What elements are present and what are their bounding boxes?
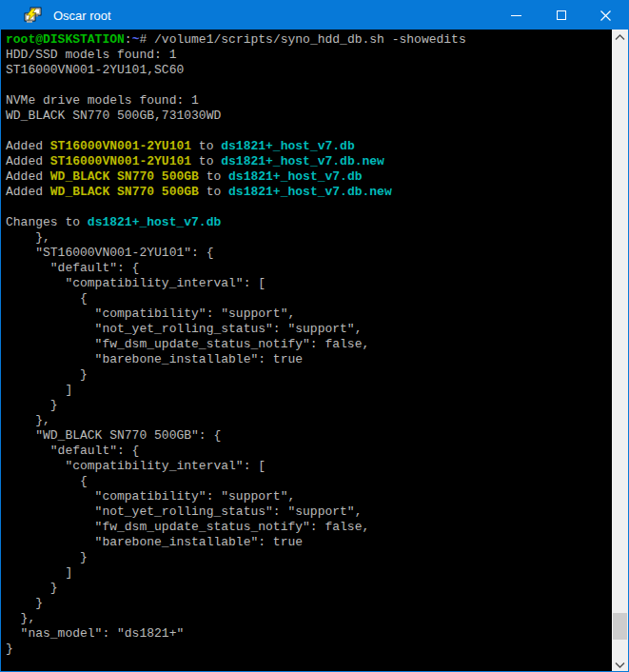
- maximize-button[interactable]: [539, 1, 583, 30]
- terminal-text-segment: :: [125, 32, 132, 47]
- terminal-line: Added WD_BLACK SN770 500GB to ds1821+_ho…: [6, 185, 612, 200]
- terminal-line: NVMe drive models found: 1: [6, 93, 612, 109]
- maximize-icon: [557, 10, 566, 20]
- minimize-icon: [511, 15, 521, 16]
- terminal-text-segment: },: [6, 230, 50, 245]
- terminal-text-segment: "compatibility": "support",: [6, 489, 295, 504]
- terminal-text-segment: HDD/SSD models found: 1: [6, 48, 176, 62]
- terminal-text-segment: }: [6, 398, 58, 412]
- chevron-up-icon: [615, 34, 625, 41]
- terminal-text-segment: "default": {: [6, 261, 139, 275]
- terminal-line: "fw_dsm_update_status_notify": false,: [6, 520, 612, 535]
- putty-window: Oscar root root@DISKSTATION:~# /volume1/…: [0, 0, 629, 672]
- scroll-down-button[interactable]: [612, 657, 628, 672]
- terminal-text-segment: WD_BLACK SN770 500GB: [50, 169, 199, 184]
- terminal-line: }: [6, 642, 612, 657]
- terminal-line: }: [6, 596, 612, 611]
- terminal-line: {: [6, 474, 612, 489]
- terminal-text-segment: #: [139, 32, 154, 47]
- terminal-line: }: [6, 550, 612, 565]
- window-title: Oscar root: [53, 9, 494, 23]
- terminal-line: "ST16000VN001-2YU101": {: [6, 246, 612, 261]
- terminal-text-segment: "barebone_installable": true: [6, 535, 303, 549]
- terminal-text-segment: Added: [6, 185, 50, 199]
- terminal-line: HDD/SSD models found: 1: [6, 48, 612, 63]
- close-button[interactable]: [583, 1, 628, 30]
- terminal-text-segment: },: [6, 413, 50, 427]
- terminal-text-segment: NVMe drive models found: 1: [6, 93, 199, 108]
- terminal-text-segment: "nas_model": "ds1821+": [6, 626, 184, 641]
- terminal-line: ]: [6, 565, 612, 581]
- terminal-output[interactable]: root@DISKSTATION:~# /volume1/scripts/syn…: [1, 30, 612, 672]
- terminal-line: "default": {: [6, 261, 612, 276]
- terminal-text-segment: Added: [6, 169, 50, 184]
- terminal-text-segment: "fw_dsm_update_status_notify": false,: [6, 520, 369, 534]
- terminal-text-segment: }: [6, 550, 88, 564]
- terminal-line: "fw_dsm_update_status_notify": false,: [6, 337, 612, 352]
- terminal-line: Added WD_BLACK SN770 500GB to ds1821+_ho…: [6, 169, 612, 185]
- putty-icon[interactable]: [24, 7, 42, 24]
- terminal-text-segment: "default": {: [6, 444, 139, 458]
- terminal-text-segment: ST16000VN001-2YU101: [50, 154, 191, 168]
- terminal-line: [6, 200, 612, 215]
- terminal-line: ST16000VN001-2YU101,SC60: [6, 63, 612, 78]
- terminal-text-segment: "not_yet_rolling_status": "support",: [6, 504, 362, 519]
- terminal-text-segment: "WD_BLACK SN770 500GB": {: [6, 428, 221, 443]
- terminal-text-segment: "not_yet_rolling_status": "support",: [6, 322, 362, 336]
- terminal-text-segment: WD_BLACK SN770 500GB: [50, 185, 199, 199]
- close-icon: [600, 10, 611, 21]
- terminal-line: {: [6, 291, 612, 306]
- terminal-text-segment: ds1821+_host_v7.db: [221, 139, 354, 153]
- terminal-line: "not_yet_rolling_status": "support",: [6, 504, 612, 520]
- terminal-text-segment: Added: [6, 154, 50, 168]
- terminal-text-segment: ds1821+_host_v7.db.new: [221, 154, 384, 168]
- terminal-text-segment: {: [6, 474, 88, 488]
- terminal-text-segment: {: [6, 291, 88, 306]
- scrollbar-thumb[interactable]: [613, 613, 627, 640]
- terminal-line: "WD_BLACK SN770 500GB": {: [6, 428, 612, 444]
- terminal-line: WD_BLACK SN770 500GB,731030WD: [6, 109, 612, 124]
- terminal-line: },: [6, 413, 612, 428]
- terminal-text-segment: "barebone_installable": true: [6, 352, 303, 366]
- terminal-line: "default": {: [6, 444, 612, 459]
- terminal-text-segment: Changes to: [6, 215, 88, 229]
- chevron-down-icon: [615, 662, 625, 668]
- terminal-text-segment: /volume1/scripts/syno_hdd_db.sh -showedi…: [154, 32, 466, 47]
- terminal-text-segment: ]: [6, 383, 72, 397]
- terminal-line: "barebone_installable": true: [6, 535, 612, 550]
- terminal-text-segment: ds1821+_host_v7.db.new: [228, 185, 392, 199]
- terminal-text-segment: to: [199, 169, 228, 184]
- terminal-text-segment: to: [191, 154, 221, 168]
- terminal-area: root@DISKSTATION:~# /volume1/scripts/syn…: [1, 30, 628, 672]
- terminal-text-segment: to: [199, 185, 228, 199]
- terminal-text-segment: "ST16000VN001-2YU101": {: [6, 246, 213, 260]
- terminal-line: }: [6, 581, 612, 596]
- terminal-line: ]: [6, 383, 612, 398]
- terminal-line: },: [6, 230, 612, 246]
- terminal-line: }: [6, 367, 612, 383]
- title-bar[interactable]: Oscar root: [1, 1, 628, 30]
- terminal-text-segment: }: [6, 581, 58, 595]
- terminal-text-segment: ]: [6, 565, 72, 580]
- scrollbar[interactable]: [612, 30, 628, 672]
- terminal-line: },: [6, 611, 612, 626]
- minimize-button[interactable]: [494, 1, 539, 30]
- terminal-text-segment: "compatibility": "support",: [6, 306, 295, 321]
- terminal-text-segment: }: [6, 642, 13, 656]
- terminal-text-segment: },: [6, 611, 35, 625]
- terminal-text-segment: }: [6, 367, 88, 382]
- window-controls: [494, 1, 628, 30]
- terminal-text-segment: root@DISKSTATION: [6, 32, 125, 47]
- terminal-text-segment: ds1821+_host_v7.db: [228, 169, 362, 184]
- terminal-text-segment: "fw_dsm_update_status_notify": false,: [6, 337, 369, 351]
- terminal-line: "compatibility_interval": [: [6, 276, 612, 291]
- terminal-line: root@DISKSTATION:~# /volume1/scripts/syn…: [6, 32, 612, 48]
- scroll-up-button[interactable]: [612, 30, 628, 46]
- terminal-line: Changes to ds1821+_host_v7.db: [6, 215, 612, 230]
- terminal-text-segment: "compatibility_interval": [: [6, 276, 265, 290]
- terminal-line: "not_yet_rolling_status": "support",: [6, 322, 612, 337]
- terminal-line: "compatibility": "support",: [6, 306, 612, 322]
- terminal-line: "compatibility": "support",: [6, 489, 612, 504]
- terminal-line: "nas_model": "ds1821+": [6, 626, 612, 642]
- terminal-text-segment: ST16000VN001-2YU101: [50, 139, 191, 153]
